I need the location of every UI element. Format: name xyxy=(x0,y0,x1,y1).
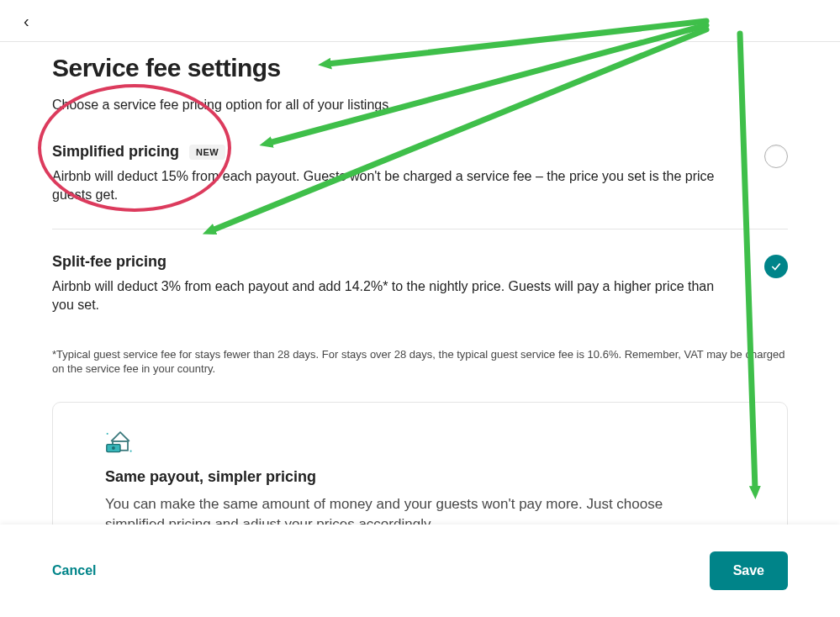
back-button[interactable]: ‹ xyxy=(24,13,29,29)
radio-simplified[interactable] xyxy=(764,145,788,168)
save-button[interactable]: Save xyxy=(710,551,788,590)
house-money-icon xyxy=(105,426,135,456)
card-title: Same payout, simpler pricing xyxy=(105,468,735,486)
option-split-text: Split-fee pricing Airbnb will deduct 3% … xyxy=(52,253,764,315)
svg-point-2 xyxy=(112,446,115,450)
check-icon xyxy=(770,261,782,272)
svg-point-4 xyxy=(130,450,132,451)
option-split-desc: Airbnb will deduct 3% from each payout a… xyxy=(52,277,731,315)
cancel-button[interactable]: Cancel xyxy=(52,563,96,578)
info-card: Same payout, simpler pricing You can mak… xyxy=(52,402,788,525)
option-split-title: Split-fee pricing xyxy=(52,253,166,271)
svg-point-3 xyxy=(107,433,108,435)
footer: Cancel Save xyxy=(0,525,840,617)
card-desc: You can make the same amount of money an… xyxy=(105,494,711,525)
option-split[interactable]: Split-fee pricing Airbnb will deduct 3% … xyxy=(52,229,788,339)
topbar: ‹ xyxy=(0,0,840,42)
annotation-ellipse xyxy=(38,84,231,212)
radio-split[interactable] xyxy=(764,255,788,278)
footnote: *Typical guest service fee for stays few… xyxy=(52,347,788,377)
page-title: Service fee settings xyxy=(52,54,788,82)
